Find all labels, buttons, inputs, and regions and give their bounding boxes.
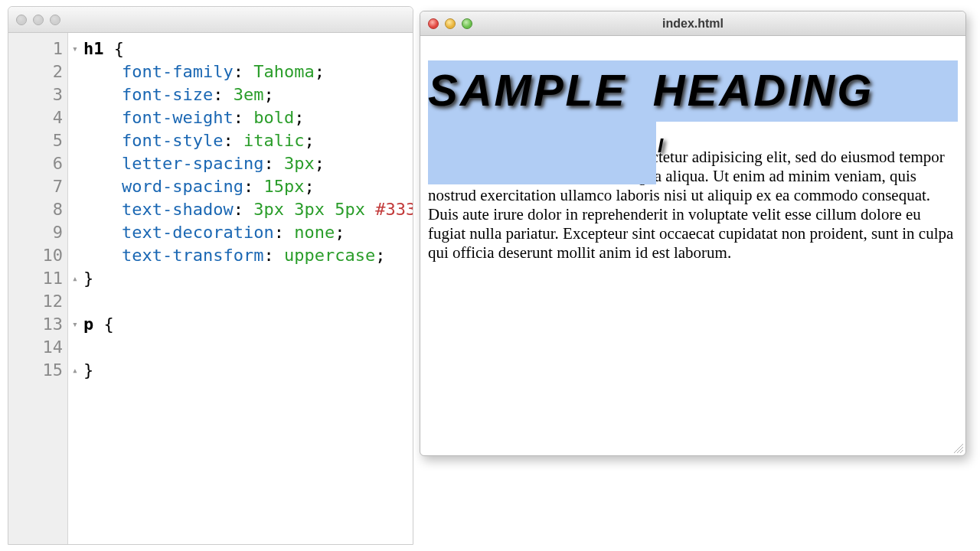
resize-grip-icon[interactable] <box>952 442 963 453</box>
line-number-gutter: 1▾234567891011▴1213▾1415▴ <box>8 33 68 544</box>
line-number: 14 <box>8 336 67 359</box>
line-number: 2 <box>8 60 67 83</box>
line-number: 4 <box>8 106 67 129</box>
line-number: 9 <box>8 221 67 244</box>
code-line[interactable]: text-decoration: none; <box>83 221 413 244</box>
close-icon[interactable] <box>428 18 439 29</box>
code-line[interactable]: text-shadow: 3px 3px 5px #333; <box>83 198 413 221</box>
fold-open-icon[interactable]: ▾ <box>70 319 80 330</box>
code-line[interactable]: text-transform: uppercase; <box>83 244 413 267</box>
line-number: 8 <box>8 198 67 221</box>
line-number: 5 <box>8 129 67 152</box>
zoom-icon[interactable] <box>462 18 472 29</box>
line-number: 13▾ <box>8 313 67 336</box>
editor-body: 1▾234567891011▴1213▾1415▴ h1 {font-famil… <box>8 33 413 544</box>
code-line[interactable]: font-size: 3em; <box>83 83 413 106</box>
code-line[interactable]: h1 { <box>83 37 413 60</box>
window-title: index.html <box>420 17 965 31</box>
code-line[interactable]: font-weight: bold; <box>83 106 413 129</box>
code-line[interactable]: p { <box>83 313 413 336</box>
line-number: 6 <box>8 152 67 175</box>
line-number: 10 <box>8 244 67 267</box>
line-number: 7 <box>8 175 67 198</box>
zoom-icon[interactable] <box>50 15 60 25</box>
code-line[interactable]: } <box>83 359 413 382</box>
fold-close-icon[interactable]: ▴ <box>70 273 80 284</box>
text-cursor-icon: I <box>658 137 668 154</box>
close-icon[interactable] <box>16 15 27 25</box>
line-number: 12 <box>8 290 67 313</box>
preview-content[interactable]: SAMPLE HEADING I Lorem ipsum dolor sit a… <box>420 36 965 455</box>
code-editor[interactable]: h1 {font-family: Tahoma;font-size: 3em;f… <box>68 33 413 544</box>
editor-window: 1▾234567891011▴1213▾1415▴ h1 {font-famil… <box>8 6 413 545</box>
line-number: 11▴ <box>8 267 67 290</box>
code-line[interactable] <box>83 290 413 313</box>
line-number: 15▴ <box>8 359 67 382</box>
code-line[interactable]: word-spacing: 15px; <box>83 175 413 198</box>
fold-close-icon[interactable]: ▴ <box>70 365 80 376</box>
fold-open-icon[interactable]: ▾ <box>70 44 80 54</box>
preview-titlebar[interactable]: index.html <box>420 11 965 36</box>
editor-titlebar[interactable] <box>8 7 413 33</box>
preview-window: index.html SAMPLE HEADING I Lorem ipsum … <box>420 11 966 456</box>
code-line[interactable] <box>83 336 413 359</box>
code-line[interactable]: letter-spacing: 3px; <box>83 152 413 175</box>
line-number: 3 <box>8 83 67 106</box>
minimize-icon[interactable] <box>33 15 44 25</box>
line-number: 1▾ <box>8 37 67 60</box>
heading-text: SAMPLE HEADING <box>428 60 958 120</box>
text-selection <box>428 122 656 184</box>
code-line[interactable]: } <box>83 267 413 290</box>
sample-heading[interactable]: SAMPLE HEADING I <box>428 60 958 120</box>
minimize-icon[interactable] <box>445 18 456 29</box>
code-line[interactable]: font-family: Tahoma; <box>83 60 413 83</box>
code-line[interactable]: font-style: italic; <box>83 129 413 152</box>
